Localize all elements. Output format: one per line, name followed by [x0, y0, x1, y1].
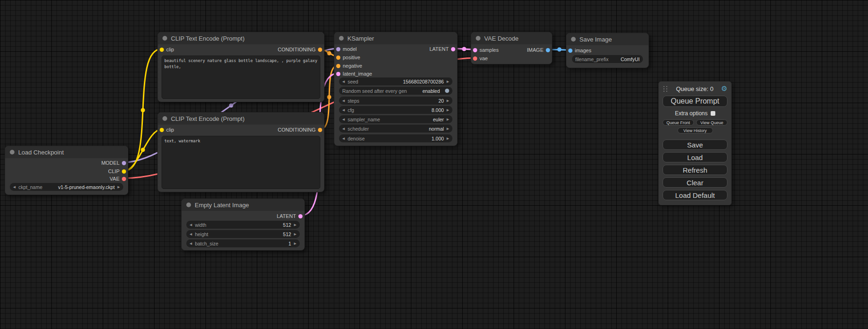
clear-button[interactable]: Clear: [663, 177, 727, 188]
output-port-conditioning[interactable]: CONDITIONING: [278, 46, 322, 53]
image-port-dot-icon[interactable]: [546, 48, 550, 52]
node-save-image[interactable]: Save Image images filename_prefix ComfyU…: [566, 33, 649, 68]
input-port-latent-image[interactable]: latent_image: [336, 70, 372, 77]
load-button[interactable]: Load: [663, 152, 727, 162]
output-port-clip[interactable]: CLIP: [108, 168, 126, 175]
input-port-samples[interactable]: samples: [473, 47, 499, 53]
refresh-button[interactable]: Refresh: [663, 165, 727, 175]
clip-port-dot-icon[interactable]: [160, 48, 164, 52]
latent-port-dot-icon[interactable]: [298, 214, 303, 218]
random-seed-toggle-widget[interactable]: Random seed after every gen enabled: [339, 87, 452, 95]
node-title-bar[interactable]: Empty Latent Image: [182, 199, 304, 211]
height-widget[interactable]: ◀ height 512 ▶: [186, 230, 300, 238]
ckpt-name-widget[interactable]: ◀ ckpt_name v1-5-pruned-emaonly.ckpt ▶: [10, 183, 123, 191]
filename-prefix-widget[interactable]: filename_prefix ComfyUI: [572, 55, 643, 63]
decrement-arrow-icon[interactable]: ◀: [342, 80, 345, 84]
input-port-images[interactable]: images: [568, 47, 591, 54]
increment-arrow-icon[interactable]: ▶: [294, 242, 296, 245]
latent-port-dot-icon[interactable]: [473, 48, 477, 52]
batch-size-widget[interactable]: ◀ batch_size 1 ▶: [186, 239, 300, 247]
decrement-arrow-icon[interactable]: ◀: [342, 99, 345, 103]
clip-port-dot-icon[interactable]: [122, 169, 126, 174]
node-empty-latent-image[interactable]: Empty Latent Image LATENT ◀ width 512 ▶ …: [181, 198, 305, 251]
queue-front-button[interactable]: Queue Front: [663, 119, 694, 126]
output-port-latent[interactable]: LATENT: [277, 213, 303, 219]
output-port-image[interactable]: IMAGE: [527, 47, 550, 53]
increment-arrow-icon[interactable]: ▶: [447, 99, 449, 103]
conditioning-port-dot-icon[interactable]: [318, 128, 322, 132]
settings-gear-icon[interactable]: ⚙: [721, 84, 727, 93]
node-title-bar[interactable]: CLIP Text Encode (Prompt): [158, 112, 324, 125]
node-load-checkpoint[interactable]: Load Checkpoint MODEL CLIP VAE ◀ ckpt_na…: [5, 146, 128, 195]
width-widget[interactable]: ◀ width 512 ▶: [186, 221, 300, 229]
sampler-name-widget[interactable]: ◀ sampler_name euler ▶: [339, 115, 452, 123]
input-port-model[interactable]: model: [336, 46, 357, 52]
collapse-dot-icon[interactable]: [162, 36, 167, 41]
latent-port-dot-icon[interactable]: [451, 47, 455, 51]
prompt-text-area[interactable]: beautiful scenery nature glass bottle la…: [162, 56, 320, 99]
node-title-bar[interactable]: VAE Decode: [471, 32, 552, 44]
collapse-dot-icon[interactable]: [186, 203, 191, 207]
seed-widget[interactable]: ◀ seed 156680208700286 ▶: [339, 77, 452, 85]
model-port-dot-icon[interactable]: [336, 47, 340, 51]
view-queue-button[interactable]: View Queue: [696, 119, 727, 126]
collapse-dot-icon[interactable]: [476, 36, 480, 41]
increment-arrow-icon[interactable]: ▶: [447, 137, 449, 140]
collapse-dot-icon[interactable]: [162, 116, 167, 121]
increment-arrow-icon[interactable]: ▶: [447, 127, 449, 131]
collapse-dot-icon[interactable]: [339, 36, 344, 41]
output-port-latent[interactable]: LATENT: [430, 46, 455, 52]
load-default-button[interactable]: Load Default: [663, 190, 727, 200]
latent-port-dot-icon[interactable]: [336, 72, 340, 76]
drag-handle-icon[interactable]: [663, 85, 668, 92]
increment-arrow-icon[interactable]: ▶: [294, 223, 296, 227]
steps-widget[interactable]: ◀ steps 20 ▶: [339, 97, 452, 105]
input-port-vae[interactable]: vae: [473, 55, 488, 62]
model-port-dot-icon[interactable]: [122, 161, 126, 165]
conditioning-port-dot-icon[interactable]: [336, 56, 340, 60]
graph-canvas[interactable]: Load Checkpoint MODEL CLIP VAE ◀ ckpt_na…: [0, 0, 868, 329]
cfg-widget[interactable]: ◀ cfg 8.000 ▶: [339, 106, 452, 114]
node-clip-text-encode-positive[interactable]: CLIP Text Encode (Prompt) clip CONDITION…: [157, 32, 325, 102]
node-title-bar[interactable]: Load Checkpoint: [5, 146, 128, 158]
node-clip-text-encode-negative[interactable]: CLIP Text Encode (Prompt) clip CONDITION…: [157, 112, 325, 192]
scheduler-widget[interactable]: ◀ scheduler normal ▶: [339, 125, 452, 133]
image-port-dot-icon[interactable]: [568, 49, 572, 53]
decrement-arrow-icon[interactable]: ◀: [190, 223, 192, 227]
increment-arrow-icon[interactable]: ▶: [447, 118, 449, 121]
increment-arrow-icon[interactable]: ▶: [294, 232, 296, 236]
toggle-indicator-icon[interactable]: [445, 89, 449, 93]
increment-arrow-icon[interactable]: ▶: [447, 108, 449, 112]
queue-prompt-button[interactable]: Queue Prompt: [663, 96, 727, 107]
node-vae-decode[interactable]: VAE Decode samples vae IMAGE: [471, 32, 552, 64]
decrement-arrow-icon[interactable]: ◀: [13, 185, 15, 189]
input-port-clip[interactable]: clip: [160, 46, 174, 53]
node-ksampler[interactable]: KSampler model positive negative latent_…: [334, 32, 458, 146]
vae-port-dot-icon[interactable]: [122, 177, 126, 181]
clip-port-dot-icon[interactable]: [160, 128, 164, 132]
input-port-negative[interactable]: negative: [336, 63, 362, 69]
conditioning-port-dot-icon[interactable]: [318, 48, 322, 52]
collapse-dot-icon[interactable]: [571, 37, 576, 42]
extra-options-checkbox[interactable]: [711, 111, 715, 116]
decrement-arrow-icon[interactable]: ◀: [190, 242, 192, 245]
node-title-bar[interactable]: CLIP Text Encode (Prompt): [158, 32, 324, 44]
input-port-clip[interactable]: clip: [160, 126, 174, 133]
denoise-widget[interactable]: ◀ denoise 1.000 ▶: [339, 134, 452, 142]
node-title-bar[interactable]: Save Image: [566, 33, 649, 45]
vae-port-dot-icon[interactable]: [473, 56, 477, 61]
prompt-text-area[interactable]: text, watermark: [162, 136, 320, 189]
save-button[interactable]: Save: [663, 140, 727, 150]
decrement-arrow-icon[interactable]: ◀: [342, 108, 345, 112]
increment-arrow-icon[interactable]: ▶: [118, 185, 120, 189]
node-title-bar[interactable]: KSampler: [334, 32, 457, 44]
decrement-arrow-icon[interactable]: ◀: [342, 118, 345, 121]
decrement-arrow-icon[interactable]: ◀: [342, 127, 345, 131]
output-port-model[interactable]: MODEL: [101, 160, 126, 166]
output-port-vae[interactable]: VAE: [110, 175, 126, 182]
output-port-conditioning[interactable]: CONDITIONING: [278, 126, 322, 133]
decrement-arrow-icon[interactable]: ◀: [342, 137, 345, 140]
view-history-button[interactable]: View History: [677, 127, 713, 133]
input-port-positive[interactable]: positive: [336, 54, 360, 61]
collapse-dot-icon[interactable]: [10, 150, 14, 154]
